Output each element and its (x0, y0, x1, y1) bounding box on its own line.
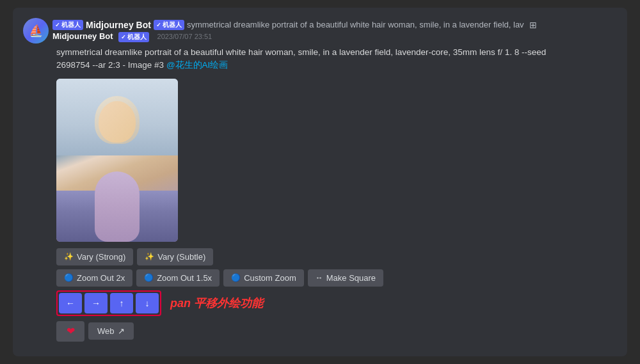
expand-icon[interactable]: ⊞ (529, 20, 537, 30)
pan-down-button[interactable]: ↓ (136, 293, 159, 313)
pan-right-button[interactable]: → (84, 293, 108, 313)
meta-row: Midjourney Bot 机器人 2023/07/07 23:51 (52, 30, 617, 42)
pan-box: ← → ↑ ↓ (56, 290, 161, 316)
pan-left-button[interactable]: ← (59, 293, 82, 313)
make-square-button[interactable]: ↔ Make Square (308, 269, 383, 287)
vary-button-row: ✨ Vary (Strong) ✨ Vary (Subtle) (56, 248, 617, 265)
vary-subtle-label: Vary (Subtle) (157, 252, 205, 262)
prompt-link[interactable]: @花生的AI绘画 (166, 60, 228, 70)
zoom-out-2x-button[interactable]: 🔵 Zoom Out 2x (56, 269, 132, 287)
vary-subtle-button[interactable]: ✨ Vary (Subtle) (137, 248, 213, 265)
vary-strong-label: Vary (Strong) (77, 252, 125, 262)
timestamp: 2023/07/07 23:51 (157, 33, 212, 40)
pan-up-button[interactable]: ↑ (110, 293, 133, 313)
vary-strong-icon: ✨ (64, 252, 74, 261)
custom-zoom-button[interactable]: 🔵 Custom Zoom (223, 269, 304, 287)
controls-area: ✨ Vary (Strong) ✨ Vary (Subtle) 🔵 Zoom O… (56, 248, 617, 342)
zoom-out-1-5x-icon: 🔵 (144, 273, 154, 282)
woman-head (99, 101, 136, 143)
zoom-out-2x-icon: 🔵 (64, 273, 74, 282)
message-header: ⛵ 机器人 Midjourney Bot 机器人 symmetrical dre… (23, 18, 617, 44)
web-label: Web (97, 326, 115, 336)
heart-icon: ❤ (67, 325, 75, 337)
bot-badge-1: 机器人 (52, 20, 83, 30)
bot-name: Midjourney Bot (86, 20, 151, 30)
woman-body (95, 171, 140, 242)
zoom-out-1-5x-label: Zoom Out 1.5x (157, 273, 212, 283)
vary-subtle-icon: ✨ (145, 252, 154, 261)
woman-figure (79, 101, 156, 242)
web-icon: ↗ (118, 326, 125, 336)
bottom-row: ❤ Web ↗ (56, 321, 617, 342)
zoom-out-2x-label: Zoom Out 2x (77, 273, 125, 283)
prompt-preview: symmetrical dreamlike portrait of a beau… (187, 20, 524, 29)
pan-label: pan 平移外绘功能 (170, 296, 263, 311)
bot-badge-sub: 机器人 (118, 32, 149, 42)
make-square-label: Make Square (326, 273, 376, 283)
pan-row: ← → ↑ ↓ pan 平移外绘功能 (56, 290, 617, 316)
message-container: ⛵ 机器人 Midjourney Bot 机器人 symmetrical dre… (13, 8, 627, 356)
bot-name-sub: Midjourney Bot (52, 31, 113, 41)
zoom-button-row: 🔵 Zoom Out 2x 🔵 Zoom Out 1.5x 🔵 Custom Z… (56, 269, 617, 287)
prompt-text: symmetrical dreamlike portrait of a beau… (56, 46, 581, 72)
bot-badge-2: 机器人 (154, 20, 184, 30)
header-right: 机器人 Midjourney Bot 机器人 symmetrical dream… (52, 20, 617, 42)
heart-button[interactable]: ❤ (56, 321, 84, 342)
prompt-suffix: - Image #3 (123, 60, 164, 70)
web-button[interactable]: Web ↗ (88, 322, 134, 340)
vary-strong-button[interactable]: ✨ Vary (Strong) (56, 248, 133, 265)
top-prompt-row: 机器人 Midjourney Bot 机器人 symmetrical dream… (52, 20, 617, 30)
make-square-icon: ↔ (316, 273, 323, 282)
custom-zoom-icon: 🔵 (231, 273, 241, 282)
ai-image-container (56, 79, 178, 242)
ai-image (56, 79, 178, 242)
custom-zoom-label: Custom Zoom (244, 273, 296, 283)
avatar: ⛵ (23, 18, 49, 44)
zoom-out-1-5x-button[interactable]: 🔵 Zoom Out 1.5x (136, 269, 220, 287)
